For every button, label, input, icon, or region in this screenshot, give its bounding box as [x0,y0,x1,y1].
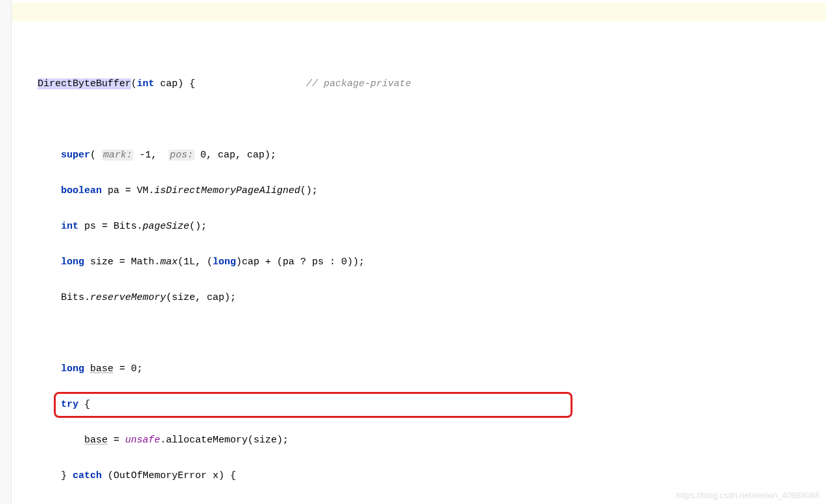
code-line[interactable] [14,111,826,129]
param-hint: pos: [169,150,195,161]
current-line-highlight [12,3,826,21]
code-editor[interactable]: DirectByteBuffer(int cap) { // package-p… [12,0,826,504]
code-line[interactable]: DirectByteBuffer(int cap) { // package-p… [14,75,826,93]
code-line[interactable]: long size = Math.max(1L, (long)cap + (pa… [14,253,826,271]
code-line[interactable]: super( mark: -1, pos: 0, cap, cap); [14,146,826,165]
code-line[interactable]: } catch (OutOfMemoryError x) { [14,467,826,485]
code-line[interactable]: Bits.reserveMemory(size, cap); [14,289,826,307]
param-hint: mark: [102,150,134,161]
editor-gutter [0,0,12,504]
code-content: DirectByteBuffer(int cap) { // package-p… [14,54,826,505]
code-line[interactable]: base = unsafe.allocateMemory(size); [14,431,826,450]
code-line[interactable]: boolean pa = VM.isDirectMemoryPageAligne… [14,182,826,200]
code-line[interactable]: long base = 0; [14,360,826,378]
code-line[interactable]: try { [14,396,826,414]
code-line[interactable]: int ps = Bits.pageSize(); [14,218,826,236]
code-line[interactable] [14,325,826,343]
